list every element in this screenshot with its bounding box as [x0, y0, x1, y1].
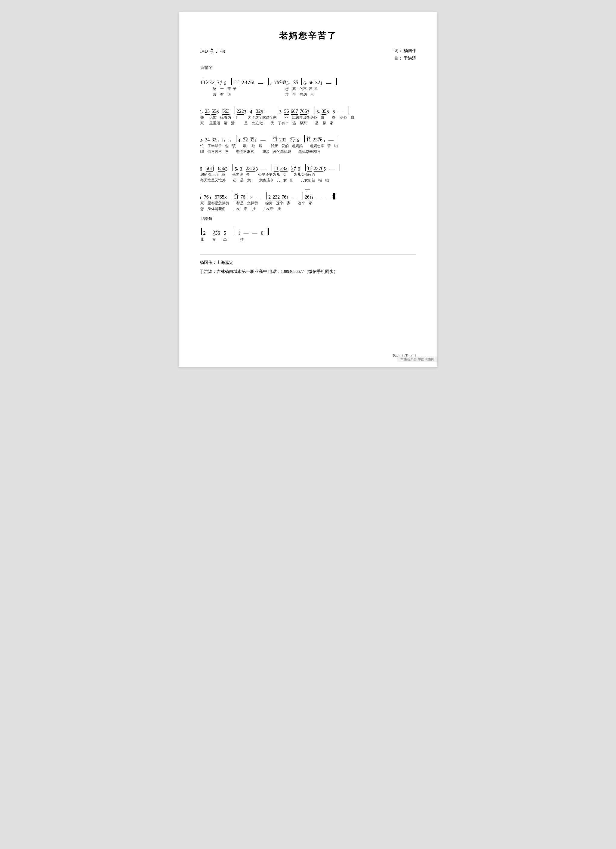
composer-name: 于洪涛	[404, 56, 416, 61]
lyric-row-6: 儿女牵挂	[200, 237, 416, 242]
time-sig-bot: 4	[210, 51, 214, 56]
page: 老妈您辛苦了 1=D 4 4 ♩=68 词： 杨国伟 曲： 于洪涛 深情的	[179, 12, 437, 367]
key-text: 1=D	[200, 49, 208, 54]
watermark-text: 本曲谱原自 中国词曲网	[400, 357, 434, 361]
score-line-2: 1· · 2 3 5 5 6 5 6 3 2	[200, 101, 416, 126]
watermark: 本曲谱原自 中国词曲网	[397, 356, 437, 362]
note-group-1a: 2̄ 3̄	[206, 80, 212, 86]
lyric-row-2b: 家 里重活清活 是您在做 为了有个温馨家 温馨家	[200, 121, 416, 126]
lyric-row-5a: 家里都是您操劳 都是您操劳 操劳这个家 这个家	[200, 201, 416, 206]
barline-2	[268, 78, 269, 85]
notation-row-4: 6 5 6 1· i· 6 5 6 3	[200, 159, 416, 172]
slur-37: 3̄ 7	[217, 80, 222, 86]
lyric-row-3b: 哪怕再苦再累 您也不嫌累 我亲爱的老妈妈 老妈您辛苦啦	[200, 149, 416, 154]
composer-info: 杨国伟：上海嘉定 于洪涛：吉林省白城市第一职业高中 电话：13894686677…	[200, 254, 416, 277]
lyric-row-4a: 您的脸上容颜 苍老许多 心里还要为儿女 为儿女操碎心	[200, 172, 416, 177]
barline-3	[301, 78, 302, 85]
score-line-4: 6 5 6 1· i· 6 5 6 3	[200, 159, 416, 183]
composer-label: 曲：	[394, 56, 403, 61]
note-group-2a: 1̄ 1̄	[234, 80, 240, 86]
full-score: ·1̄1̄ 2̄ 3̄ 2̄ 3̄ 7 6	[200, 73, 416, 242]
score-line-3: 2 · 3 4 3 2 5 6 5 4 ·	[200, 130, 416, 154]
key-tempo: 1=D 4 4 ♩=68	[200, 47, 225, 56]
meta-row: 1=D 4 4 ♩=68 词： 杨国伟 曲： 于洪涛	[200, 47, 416, 62]
style-marking: 深情的	[201, 65, 416, 70]
lyricist-name: 杨国伟	[404, 48, 416, 53]
notation-row-1: ·1̄1̄ 2̄ 3̄ 2̄ 3̄ 7 6	[200, 73, 416, 86]
score-line-6: 结束句 2 2 3 6 5 i·	[200, 216, 416, 242]
score-line-5: i· · 7 6 5 6 7 6 5 3 1· 1·	[200, 187, 416, 212]
note-1: ·1̄1̄	[200, 80, 206, 86]
lyricist-line: 词： 杨国伟	[394, 47, 417, 54]
lyric-row-2a: 整 天忙碌着为了 为了这个家这个家 不知您付出多少心血 多少心血	[200, 115, 416, 120]
lyric-row-1a: 这一辈子 您真的不容易	[200, 86, 416, 91]
notation-row-2: 1· · 2 3 5 5 6 5 6 3 2	[200, 101, 416, 115]
lyric-row-3a: 忙了半辈子也该 歇歇啦 我亲爱的老妈妈 老妈您辛苦啦	[200, 143, 416, 149]
slur-35: 3· 5·	[293, 80, 298, 86]
slur-56: 5 6	[222, 109, 227, 115]
tempo-value: ♩=68	[216, 49, 225, 54]
score-line-1: ·1̄1̄ 2̄ 3̄ 2̄ 3̄ 7 6	[200, 73, 416, 97]
lyricist-label: 词：	[394, 48, 403, 53]
lyric-row-1b: 没有说 过半句怨言	[200, 92, 416, 97]
barline-4	[336, 78, 337, 85]
time-signature: 4 4	[210, 47, 214, 56]
ending-bracket: 1. 2 6 1· i· — —	[305, 189, 330, 200]
lyric-row-5b: 您身体是我们 儿女牵挂 儿女牵挂	[200, 206, 416, 212]
author-block: 词： 杨国伟 曲： 于洪涛	[394, 47, 417, 62]
notation-row-5: i· · 7 6 5 6 7 6 5 3 1· 1·	[200, 187, 416, 200]
barline-1	[231, 78, 232, 85]
slur-763: 7 6 3	[279, 80, 286, 86]
composer-info-2: 于洪涛：吉林省白城市第一职业高中 电话：13894686677（微信手机同步）	[200, 267, 416, 277]
notation-row-6: 2 2 3 6 5 i· — —	[200, 223, 416, 236]
jieshu-label: 结束句	[200, 216, 213, 222]
time-sig-top: 4	[210, 47, 214, 51]
lyric-row-4b: 每天忙里又忙外 还是您 您也该享儿女们 儿女们轻福啦	[200, 178, 416, 183]
song-title: 老妈您辛苦了	[200, 30, 416, 42]
composer-line: 曲： 于洪涛	[394, 54, 417, 62]
composer-info-1: 杨国伟：上海嘉定	[200, 258, 416, 267]
notation-row-3: 2 · 3 4 3 2 5 6 5 4 ·	[200, 130, 416, 143]
